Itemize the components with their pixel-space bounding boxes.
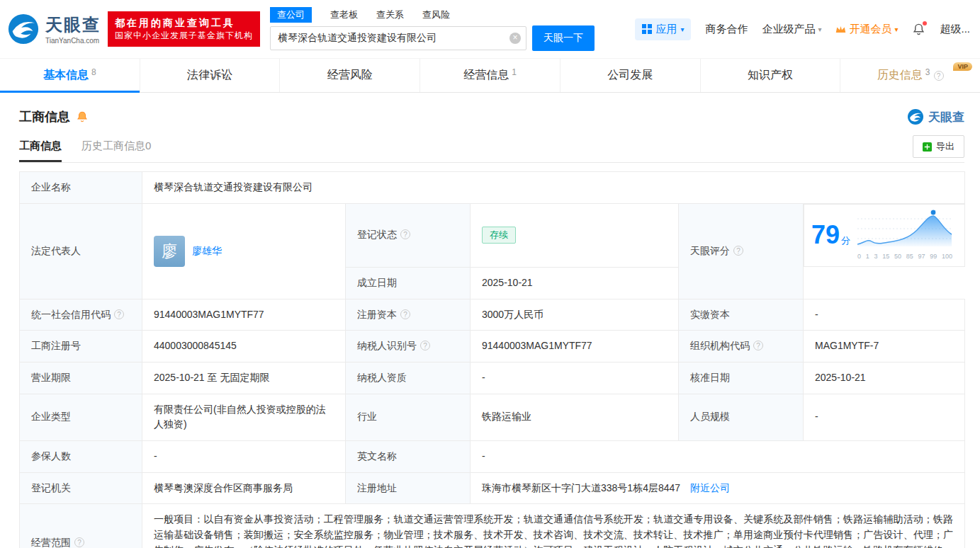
field-label-score-text: 天眼评分 <box>690 245 730 256</box>
notification-bell-icon[interactable] <box>912 23 925 36</box>
field-value-reg-no: 440003000845145 <box>142 331 346 363</box>
tab-legal-proceedings[interactable]: 法律诉讼 <box>140 59 280 92</box>
field-value-org-code: MAG1MYTF-7 <box>804 331 965 363</box>
tab-company-development[interactable]: 公司发展 <box>560 59 700 92</box>
field-label-reg-status-text: 登记状态 <box>357 229 397 240</box>
help-icon[interactable]: ? <box>733 246 743 256</box>
score-axis-ticks: 0131550859799100 <box>857 252 952 262</box>
open-vip-label: 开通会员 <box>849 23 891 36</box>
open-vip-menu[interactable]: 开通会员 ▾ <box>835 23 898 36</box>
section-title-text: 工商信息 <box>19 108 70 125</box>
field-label-legal-rep: 法定代表人 <box>20 203 142 299</box>
tab-intellectual-property-label: 知识产权 <box>748 68 793 83</box>
field-label-business-scope: 经营范围? <box>20 504 142 548</box>
table-row: 参保人数 - 英文名称 - <box>20 440 965 472</box>
field-label-reg-authority: 登记机关 <box>20 472 142 504</box>
score-chart: 0131550859799100 <box>857 209 952 263</box>
search-tab-risk[interactable]: 查风险 <box>422 8 450 21</box>
field-value-reg-capital: 3000万人民币 <box>471 299 679 331</box>
apps-grid-icon <box>642 24 652 34</box>
subtab-history-business-info[interactable]: 历史工商信息0 <box>81 139 151 162</box>
export-label: 导出 <box>936 140 954 153</box>
top-header: 天眼查 TianYanCha.com 都在用的商业查询工具 国家中小企业发展子基… <box>0 0 980 58</box>
help-icon[interactable]: ? <box>114 309 124 319</box>
field-value-staff-size: - <box>804 394 965 440</box>
chevron-down-icon: ▾ <box>894 25 898 33</box>
search-area: 查公司 查老板 查关系 查风险 × 天眼一下 <box>270 7 595 51</box>
apps-label: 应用 <box>655 23 677 36</box>
tianyancha-logo[interactable]: 天眼查 TianYanCha.com <box>7 13 101 45</box>
promo-line1: 都在用的商业查询工具 <box>115 16 253 30</box>
nearby-companies-link[interactable]: 附近公司 <box>690 482 730 493</box>
tab-intellectual-property[interactable]: 知识产权 <box>700 59 840 92</box>
field-label-term: 营业期限 <box>20 362 142 394</box>
tab-history-info-label: 历史信息 <box>877 68 923 83</box>
field-label-est-date: 成立日期 <box>346 267 471 299</box>
search-input[interactable] <box>270 26 526 50</box>
field-value-legal-rep: 廖 廖雄华 <box>142 203 346 299</box>
field-label-reg-capital: 注册资本? <box>346 299 471 331</box>
help-icon[interactable]: ? <box>753 341 763 350</box>
tab-basic-info[interactable]: 基本信息 8 <box>0 59 140 92</box>
tianyancha-logo-icon <box>7 13 40 45</box>
watermark-brand-text: 天眼查 <box>928 109 964 125</box>
field-label-company-type: 企业类型 <box>20 394 142 440</box>
search-button[interactable]: 天眼一下 <box>532 25 595 51</box>
field-label-score: 天眼评分? <box>679 203 804 299</box>
search-tab-company[interactable]: 查公司 <box>270 7 312 23</box>
help-icon[interactable]: ? <box>74 537 84 547</box>
search-box: × <box>270 26 526 50</box>
promo-line2: 国家中小企业发展子基金旗下机构 <box>115 30 253 42</box>
help-icon[interactable]: ? <box>934 71 944 81</box>
tab-operation-info[interactable]: 经营信息 1 <box>419 59 560 92</box>
clear-search-icon[interactable]: × <box>509 33 521 44</box>
field-value-reg-status: 存续 <box>471 203 679 267</box>
field-value-term: 2025-10-21 至 无固定期限 <box>142 362 346 394</box>
table-row: 登记机关 横琴粤澳深度合作区商事服务局 注册地址 珠海市横琴新区十字门大道338… <box>20 472 965 504</box>
field-label-english-name: 英文名称 <box>346 440 471 472</box>
help-icon[interactable]: ? <box>400 229 410 239</box>
enterprise-products-menu[interactable]: 企业级产品 ▾ <box>762 23 821 36</box>
field-value-business-scope: 一般项目：以自有资金从事投资活动；工程管理服务；轨道交通运营管理系统开发；轨道交… <box>142 504 965 548</box>
tianyancha-logo-icon <box>907 108 924 125</box>
search-tab-relation[interactable]: 查关系 <box>376 8 404 21</box>
tab-operation-risk[interactable]: 经营风险 <box>279 59 419 92</box>
field-value-company-name: 横琴深合轨道交通投资建设有限公司 <box>142 172 965 204</box>
tab-operation-risk-label: 经营风险 <box>327 68 373 83</box>
field-value-taxpayer-quali: - <box>471 362 679 394</box>
field-label-company-name: 企业名称 <box>20 172 142 204</box>
tab-operation-info-count: 1 <box>512 67 517 77</box>
brand-domain: TianYanCha.com <box>45 37 101 45</box>
field-label-staff-size: 人员规模 <box>679 394 804 440</box>
field-value-insured: - <box>142 440 346 472</box>
super-vip-link[interactable]: 超级... <box>940 23 970 36</box>
legal-rep-avatar[interactable]: 廖 <box>154 236 185 267</box>
field-label-org-code: 组织机构代码? <box>679 331 804 363</box>
apps-menu[interactable]: 应用 ▾ <box>635 18 691 40</box>
field-value-reg-authority: 横琴粤澳深度合作区商事服务局 <box>142 472 346 504</box>
field-label-approval-date: 核准日期 <box>679 362 804 394</box>
business-cooperation-link[interactable]: 商务合作 <box>705 23 748 36</box>
promo-badge: 都在用的商业查询工具 国家中小企业发展子基金旗下机构 <box>108 11 260 47</box>
field-label-industry: 行业 <box>346 394 471 440</box>
export-button[interactable]: 导出 <box>913 135 964 158</box>
section-title: 工商信息 <box>19 108 89 125</box>
table-row: 企业类型 有限责任公司(非自然人投资或控股的法人独资) 行业 铁路运输业 人员规… <box>20 394 965 440</box>
field-label-paid-capital: 实缴资本 <box>679 299 804 331</box>
help-icon[interactable]: ? <box>420 341 430 350</box>
search-tab-boss[interactable]: 查老板 <box>330 8 358 21</box>
search-tabs: 查公司 查老板 查关系 查风险 <box>270 7 595 23</box>
tab-history-info[interactable]: VIP 历史信息 3 ? <box>840 59 980 92</box>
vip-badge: VIP <box>953 62 972 71</box>
field-label-reg-status: 登记状态? <box>346 203 471 267</box>
field-label-reg-no: 工商注册号 <box>20 331 142 363</box>
legal-rep-link[interactable]: 廖雄华 <box>192 244 222 259</box>
business-info-table: 企业名称 横琴深合轨道交通投资建设有限公司 法定代表人 廖 廖雄华 登记状态? … <box>19 171 965 548</box>
subtab-business-info[interactable]: 工商信息 <box>19 139 62 162</box>
alert-bell-icon[interactable] <box>76 110 89 123</box>
help-icon[interactable]: ? <box>400 309 410 319</box>
watermark-brand: 天眼查 <box>907 108 964 125</box>
subtabs-row: 工商信息 历史工商信息0 导出 <box>19 135 964 163</box>
field-label-insured: 参保人数 <box>20 440 142 472</box>
field-label-org-code-text: 组织机构代码 <box>690 340 750 351</box>
